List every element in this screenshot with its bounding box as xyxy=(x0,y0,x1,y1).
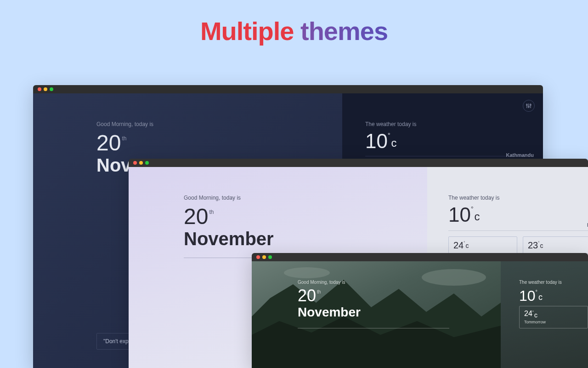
minimize-icon[interactable] xyxy=(44,87,47,91)
headline-word2: themes xyxy=(300,17,388,46)
maximize-icon[interactable] xyxy=(50,87,53,91)
greeting-text: Good Morning, today is xyxy=(184,195,427,201)
weather-panel: The weather today is 10 ° c 24 ° c Tommo… xyxy=(501,261,588,368)
settings-button[interactable] xyxy=(523,100,535,112)
temperature-unit: c xyxy=(538,293,543,301)
month-name: November xyxy=(298,305,501,320)
weather-label: The weather today is xyxy=(519,280,588,285)
forecast-row: 24 ° c 23 ° c xyxy=(448,236,588,254)
svg-point-4 xyxy=(528,106,530,108)
temperature-unit: c xyxy=(391,138,397,149)
main-panel: Good Morning, today is 20 th November 08… xyxy=(252,261,501,368)
temperature-unit: c xyxy=(475,211,480,222)
forecast-unit: c xyxy=(540,242,543,249)
day-ordinal: th xyxy=(122,136,126,141)
page-headline: Multiple themes xyxy=(0,0,588,46)
maximize-icon[interactable] xyxy=(268,255,272,259)
temperature-value: 10 xyxy=(448,205,471,225)
day-ordinal: th xyxy=(209,209,214,215)
day-ordinal: th xyxy=(317,290,321,294)
temperature-value: 10 xyxy=(365,131,388,151)
titlebar xyxy=(252,253,588,261)
temperature-value: 10 xyxy=(519,288,536,303)
divider xyxy=(298,328,449,328)
forecast-card[interactable]: 23 ° c xyxy=(523,236,588,254)
greeting-text: Good Morning, today is xyxy=(298,280,501,285)
forecast-temp: 24 xyxy=(453,241,464,250)
forecast-card[interactable]: 24 ° c xyxy=(448,236,517,254)
forecast-card[interactable]: 24 ° c Tommorrow xyxy=(519,306,588,328)
svg-point-5 xyxy=(530,104,531,106)
date-display: 20 th xyxy=(184,206,427,228)
titlebar xyxy=(33,85,543,93)
temperature-display: 10 ° c xyxy=(519,288,588,303)
temperature-display: 10 ° c xyxy=(448,205,588,225)
day-number: 20 xyxy=(298,288,316,304)
sliders-icon xyxy=(526,103,531,109)
divider xyxy=(448,230,588,231)
forecast-day: Tommorrow xyxy=(524,320,583,324)
svg-point-8 xyxy=(284,267,330,278)
weather-label: The weather today is xyxy=(448,195,588,201)
minimize-icon[interactable] xyxy=(139,161,143,165)
weather-label: The weather today is xyxy=(365,121,543,127)
forecast-unit: c xyxy=(465,242,469,249)
forecast-temp: 23 xyxy=(528,241,538,250)
close-icon[interactable] xyxy=(38,87,41,91)
quote-box: "Don't explain xyxy=(96,333,133,350)
temperature-display: 10 ° c xyxy=(365,131,543,151)
city-name: Kathmandu xyxy=(506,152,534,158)
close-icon[interactable] xyxy=(256,255,260,259)
svg-point-3 xyxy=(526,104,528,106)
day-number: 20 xyxy=(184,206,208,228)
minimize-icon[interactable] xyxy=(262,255,266,259)
forecast-unit: c xyxy=(534,312,537,318)
forecast-temp: 24 xyxy=(524,310,532,317)
maximize-icon[interactable] xyxy=(145,161,149,165)
month-name: November xyxy=(184,229,427,249)
headline-word1: Multiple xyxy=(200,17,294,46)
date-display: 20 th xyxy=(96,132,342,154)
greeting-text: Good Morning, today is xyxy=(96,121,342,127)
titlebar xyxy=(129,159,588,167)
date-display: 20 th xyxy=(298,288,501,304)
window-image-theme: Good Morning, today is 20 th November 08… xyxy=(252,253,588,368)
day-number: 20 xyxy=(96,132,121,154)
divider xyxy=(365,156,526,156)
close-icon[interactable] xyxy=(133,161,137,165)
